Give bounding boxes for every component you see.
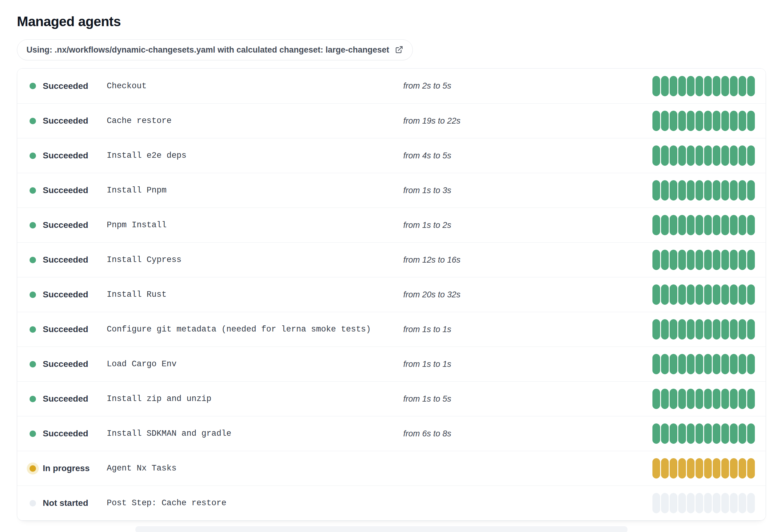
agent-step-row[interactable]: Succeeded Load Cargo Env from 1s to 1s <box>17 347 766 381</box>
agent-bar <box>652 354 660 374</box>
status-dot-icon <box>29 396 36 402</box>
step-name: Configure git metadata (needed for lerna… <box>107 325 403 334</box>
agent-bar <box>652 250 660 270</box>
agent-bar <box>730 145 738 166</box>
agent-bar <box>661 180 669 201</box>
external-link-icon[interactable] <box>395 45 403 54</box>
agent-bar <box>678 389 686 409</box>
agent-bar <box>670 76 677 96</box>
agent-bar <box>747 111 755 131</box>
agent-step-row[interactable]: Succeeded Install Cypress from 12s to 16… <box>17 242 766 277</box>
agent-bar <box>652 284 660 305</box>
agent-step-row[interactable]: Not started Post Step: Cache restore <box>17 486 766 520</box>
agent-step-row[interactable]: Succeeded Pnpm Install from 1s to 2s <box>17 208 766 242</box>
agent-bar <box>704 145 712 166</box>
workflow-banner[interactable]: Using: .nx/workflows/dynamic-changesets.… <box>17 39 413 60</box>
agent-step-row[interactable]: In progress Agent Nx Tasks <box>17 451 766 486</box>
agent-bar <box>747 458 755 479</box>
agent-bar <box>687 215 694 235</box>
agent-bar <box>713 354 720 374</box>
status-dot-icon <box>29 152 36 159</box>
status-label: Succeeded <box>36 220 107 230</box>
agent-bar <box>687 354 694 374</box>
agent-bar <box>687 111 694 131</box>
agent-bar <box>695 145 703 166</box>
agent-bar <box>730 458 738 479</box>
agent-bar <box>678 76 686 96</box>
step-duration: from 12s to 16s <box>403 255 652 265</box>
agent-bar <box>747 180 755 201</box>
agent-activity-bars <box>652 284 755 305</box>
agent-bar <box>721 423 729 444</box>
agent-bar <box>747 354 755 374</box>
agent-bar <box>670 493 677 513</box>
agent-bar <box>670 458 677 479</box>
agent-bar <box>687 493 694 513</box>
agent-bar <box>652 319 660 340</box>
agent-bar <box>713 423 720 444</box>
status-label: Succeeded <box>36 394 107 404</box>
agent-bar <box>704 354 712 374</box>
status-dot-icon <box>29 187 36 194</box>
step-duration: from 20s to 32s <box>403 290 652 299</box>
agent-activity-bars <box>652 215 755 235</box>
agent-activity-bars <box>652 389 755 409</box>
agent-bar <box>721 284 729 305</box>
status-label: Succeeded <box>36 151 107 160</box>
agent-activity-bars <box>652 458 755 479</box>
status-label: Succeeded <box>36 255 107 265</box>
agent-bar <box>661 111 669 131</box>
agent-bar <box>730 284 738 305</box>
agent-bar <box>721 180 729 201</box>
step-duration: from 1s to 1s <box>403 360 652 369</box>
agent-bar <box>678 493 686 513</box>
agent-bar <box>695 423 703 444</box>
agent-bar <box>739 423 746 444</box>
agent-step-row[interactable]: Succeeded Install e2e deps from 4s to 5s <box>17 138 766 173</box>
agent-bar <box>721 389 729 409</box>
agent-bar <box>713 389 720 409</box>
below-card-strip <box>135 526 628 532</box>
agent-bar <box>713 458 720 479</box>
agent-bar <box>721 215 729 235</box>
agent-bar <box>695 76 703 96</box>
agent-step-row[interactable]: Succeeded Install SDKMAN and gradle from… <box>17 416 766 451</box>
agent-bar <box>704 284 712 305</box>
agent-bar <box>739 319 746 340</box>
agent-bar <box>739 76 746 96</box>
agent-bar <box>739 180 746 201</box>
agent-bar <box>747 145 755 166</box>
agent-bar <box>730 389 738 409</box>
agent-bar <box>670 180 677 201</box>
agent-bar <box>704 250 712 270</box>
step-duration: from 6s to 8s <box>403 429 652 438</box>
agent-bar <box>721 319 729 340</box>
agent-bar <box>661 319 669 340</box>
agent-bar <box>695 458 703 479</box>
step-duration: from 1s to 2s <box>403 221 652 230</box>
agent-step-row[interactable]: Succeeded Install Rust from 20s to 32s <box>17 277 766 312</box>
step-duration: from 1s to 3s <box>403 186 652 195</box>
agent-step-row[interactable]: Succeeded Install Pnpm from 1s to 3s <box>17 173 766 208</box>
agent-bar <box>713 215 720 235</box>
agent-bar <box>678 423 686 444</box>
agent-bar <box>652 389 660 409</box>
agent-step-row[interactable]: Succeeded Install zip and unzip from 1s … <box>17 381 766 416</box>
agent-bar <box>747 76 755 96</box>
agent-step-row[interactable]: Succeeded Configure git metadata (needed… <box>17 312 766 347</box>
agent-bar <box>747 250 755 270</box>
agent-step-row[interactable]: Succeeded Checkout from 2s to 5s <box>17 69 766 103</box>
step-duration: from 1s to 1s <box>403 325 652 334</box>
step-name: Load Cargo Env <box>107 360 403 369</box>
agent-bar <box>670 389 677 409</box>
agent-bar <box>695 180 703 201</box>
agent-bar <box>713 284 720 305</box>
agent-bar <box>713 250 720 270</box>
status-dot-icon <box>29 118 36 124</box>
agent-step-row[interactable]: Succeeded Cache restore from 19s to 22s <box>17 103 766 138</box>
agent-bar <box>713 493 720 513</box>
agent-bar <box>747 284 755 305</box>
agent-bar <box>652 180 660 201</box>
agent-activity-bars <box>652 354 755 374</box>
agent-bar <box>695 215 703 235</box>
